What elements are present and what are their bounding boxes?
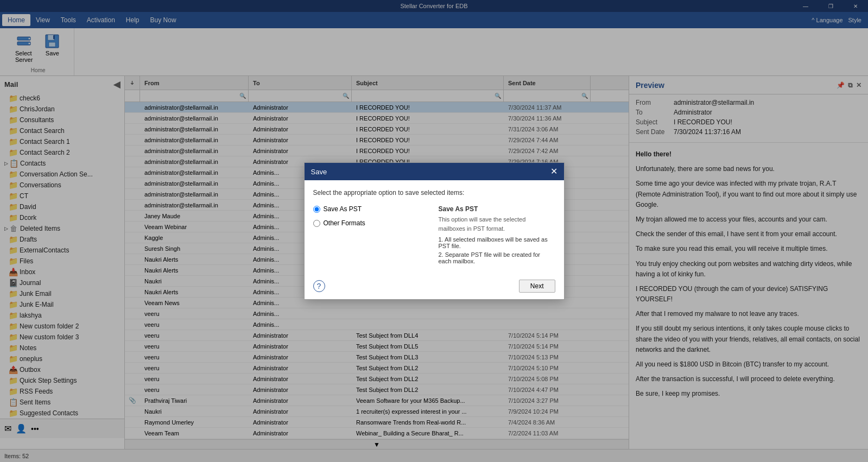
other-formats-row: Other Formats xyxy=(313,219,426,227)
help-button[interactable]: ? xyxy=(313,280,325,292)
modal-close-button[interactable]: ✕ xyxy=(550,167,557,176)
option-right-point1: 1. All selected mailboxes will be saved … xyxy=(439,236,551,249)
save-as-pst-row: Save As PST xyxy=(313,205,426,213)
next-button[interactable]: Next xyxy=(519,280,555,293)
save-as-pst-radio[interactable] xyxy=(313,206,320,213)
modal-subtitle: Select the appropriate option to save se… xyxy=(313,189,555,197)
modal-option-right: Save As PST This option will save the se… xyxy=(434,205,555,267)
option-right-title: Save As PST xyxy=(439,205,551,213)
modal-title-bar: Save ✕ xyxy=(305,163,564,180)
modal-overlay: Save ✕ Select the appropriate option to … xyxy=(0,0,868,462)
modal-footer: ? Next xyxy=(305,275,564,299)
option-right-desc: This option will save the selected mailb… xyxy=(439,215,551,233)
modal-option-left: Save As PST Other Formats xyxy=(313,205,426,267)
save-modal: Save ✕ Select the appropriate option to … xyxy=(304,162,565,300)
other-formats-radio[interactable] xyxy=(313,220,320,227)
modal-body: Select the appropriate option to save se… xyxy=(305,180,564,275)
other-formats-label: Other Formats xyxy=(324,219,365,227)
modal-title: Save xyxy=(311,168,327,176)
modal-options: Save As PST Other Formats Save As PST Th… xyxy=(313,205,555,267)
save-as-pst-label: Save As PST xyxy=(324,205,362,213)
option-right-point2: 2. Separate PST file will be created for… xyxy=(439,251,551,264)
